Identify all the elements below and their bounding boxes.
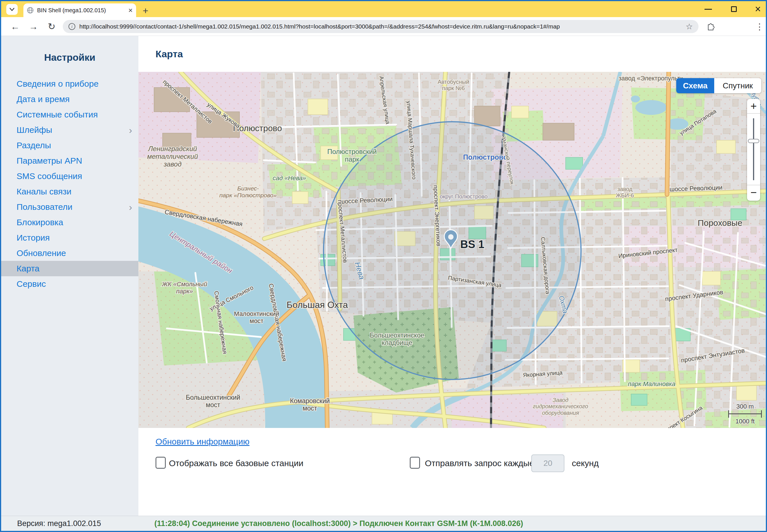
browser-menu-button[interactable]: ⋮: [754, 17, 765, 36]
send-request-label: Отправлять запрос каждые: [425, 458, 534, 468]
scale-metric: 300 m: [728, 403, 762, 410]
map-scale: 300 m 1000 ft: [728, 403, 762, 425]
send-request-checkbox[interactable]: [410, 457, 420, 469]
map-label: завод «Электропульт»: [619, 75, 684, 82]
sidebar-item-12[interactable]: Карта: [1, 261, 138, 276]
sidebar-menu: Сведения о прибореДата и времяСистемные …: [1, 76, 138, 292]
puzzle-icon: [706, 21, 716, 32]
maximize-icon: [731, 6, 737, 12]
site-info-icon[interactable]: i: [68, 23, 75, 30]
bs-marker-label: BS 1: [460, 238, 484, 250]
scale-imperial: 1000 ft: [728, 418, 762, 425]
sidebar-item-4[interactable]: Разделы: [1, 138, 138, 153]
layer-schema-button[interactable]: Схема: [676, 78, 714, 93]
zoom-slider[interactable]: [747, 114, 760, 185]
browser-tab[interactable]: BIN Shell (mega1.002.015) ×: [23, 3, 136, 17]
chevron-right-icon: ›: [129, 199, 132, 215]
sidebar-item-label: Дата и время: [17, 94, 70, 104]
minimize-icon: [705, 9, 712, 10]
sidebar-item-0[interactable]: Сведения о приборе: [1, 76, 138, 92]
sidebar-item-label: SMS сообщения: [17, 171, 82, 181]
interval-input[interactable]: [531, 454, 564, 472]
sidebar-item-5[interactable]: Параметры APN: [1, 153, 138, 168]
settings-sidebar: Настройки Сведения о прибореДата и время…: [1, 36, 138, 516]
sidebar-item-9[interactable]: Блокировка: [1, 215, 138, 230]
sidebar-item-10[interactable]: История: [1, 230, 138, 245]
tab-search-button[interactable]: [6, 4, 18, 15]
status-bar: Версия: mega1.002.015 (11:28:04) Соедине…: [1, 516, 766, 531]
sidebar-item-label: Шлейфы: [17, 125, 52, 135]
window-minimize-button[interactable]: [700, 1, 717, 17]
refresh-info-link[interactable]: Обновить информацию: [155, 437, 250, 446]
zoom-slider-handle[interactable]: [748, 139, 759, 143]
map-canvas[interactable]: ПолюстровоАвтобусныйпарк №6завод «Электр…: [138, 72, 766, 428]
sidebar-item-label: Карта: [17, 264, 39, 273]
map-label: Большая Охта: [287, 300, 348, 310]
new-tab-button[interactable]: +: [143, 6, 148, 15]
map-label: парк Малиновка: [628, 380, 675, 387]
sidebar-item-label: Блокировка: [17, 218, 63, 227]
map-label: Полюстрово: [463, 153, 508, 161]
browser-toolbar: ← → ↻ i http://localhost:9999//contact/c…: [1, 17, 766, 36]
sidebar-title: Настройки: [1, 52, 138, 63]
sidebar-item-label: Сервис: [17, 279, 46, 289]
extensions-button[interactable]: [704, 17, 718, 36]
sidebar-item-6[interactable]: SMS сообщения: [1, 168, 138, 184]
reload-button[interactable]: ↻: [44, 17, 59, 36]
sidebar-item-3[interactable]: Шлейфы›: [1, 122, 138, 138]
chevron-down-icon: [9, 7, 15, 11]
sidebar-item-label: Обновление: [17, 248, 66, 258]
sidebar-item-label: Системные события: [17, 110, 98, 119]
sidebar-item-8[interactable]: Пользователи›: [1, 199, 138, 215]
sidebar-item-label: Параметры APN: [17, 156, 82, 165]
sidebar-item-label: Сведения о приборе: [17, 79, 98, 88]
map-label: округ Полюстрово: [440, 193, 488, 200]
main-content: Карта: [138, 36, 766, 516]
window-close-button[interactable]: ×: [749, 1, 766, 17]
sidebar-item-label: Каналы связи: [17, 187, 71, 196]
browser-window: BIN Shell (mega1.002.015) × + × ← → ↻ i …: [0, 0, 767, 532]
tab-close-icon[interactable]: ×: [128, 7, 133, 14]
map-options-row: Отображать все базовые станции Отправлят…: [138, 454, 766, 474]
chevron-right-icon: ›: [129, 122, 132, 138]
interval-unit-label: секунд: [572, 458, 599, 468]
layer-satellite-button[interactable]: Спутник: [714, 78, 761, 93]
bookmark-star-icon[interactable]: ☆: [686, 22, 693, 31]
show-all-stations-label: Отображать все базовые станции: [169, 458, 303, 468]
map-label: Автобусныйпарк №6: [438, 79, 469, 91]
scale-bar: [728, 410, 762, 418]
show-all-stations-checkbox[interactable]: [155, 457, 166, 469]
page-title: Карта: [155, 48, 183, 60]
tab-title: BIN Shell (mega1.002.015): [37, 7, 126, 14]
connection-status: (11:28:04) Соединение установлено (local…: [154, 516, 523, 531]
sidebar-item-label: Пользователи: [17, 202, 72, 212]
zoom-slider-track: [753, 118, 754, 180]
sidebar-item-label: История: [17, 233, 50, 242]
map-label: заводЖБИ-6: [616, 186, 634, 198]
map-image: ПолюстровоАвтобусныйпарк №6завод «Электр…: [138, 72, 766, 428]
sidebar-item-7[interactable]: Каналы связи: [1, 184, 138, 199]
map-label: сад «Нева»: [273, 174, 306, 182]
version-label: Версия: mega1.002.015: [17, 516, 101, 531]
zoom-in-button[interactable]: +: [747, 99, 760, 114]
globe-icon: [27, 7, 34, 14]
window-maximize-button[interactable]: [725, 1, 742, 17]
map-zoom-control: + −: [747, 99, 760, 201]
sidebar-item-11[interactable]: Обновление: [1, 245, 138, 261]
map-layer-toggle: Схема Спутник: [676, 78, 761, 93]
back-button[interactable]: ←: [8, 17, 22, 36]
tab-strip: BIN Shell (mega1.002.015) × + ×: [1, 1, 766, 17]
sidebar-item-label: Разделы: [17, 141, 51, 150]
sidebar-item-2[interactable]: Системные события: [1, 107, 138, 122]
forward-button[interactable]: →: [26, 17, 40, 36]
sidebar-item-13[interactable]: Сервис: [1, 276, 138, 292]
url-text[interactable]: http://localhost:9999//contact/contact-1…: [79, 23, 683, 30]
map-label: Пороховые: [698, 218, 742, 228]
sidebar-item-1[interactable]: Дата и время: [1, 92, 138, 107]
zoom-out-button[interactable]: −: [747, 185, 760, 200]
address-bar[interactable]: i http://localhost:9999//contact/contact…: [63, 20, 699, 33]
